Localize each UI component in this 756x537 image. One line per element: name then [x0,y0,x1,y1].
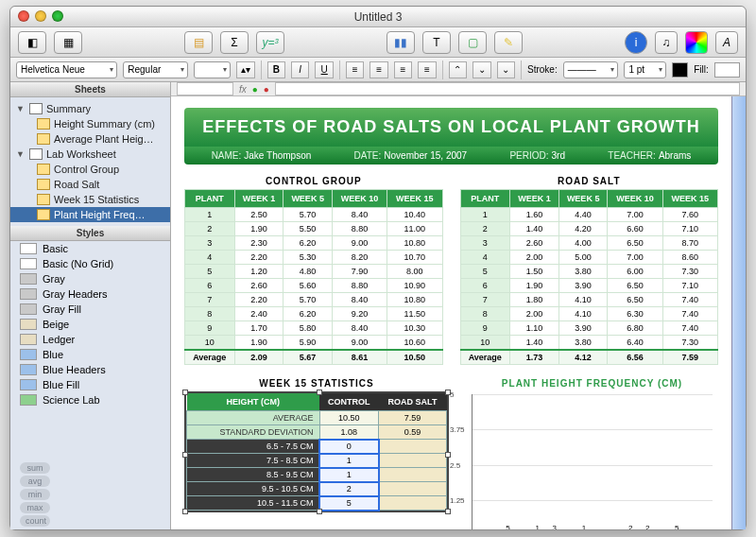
table-item[interactable]: Plant Height Freq… [10,207,170,222]
formula-field[interactable] [275,82,740,95]
cell[interactable]: 7.00 [608,251,662,265]
cell[interactable]: 6.00 [608,265,662,279]
sheet-item[interactable]: ▼Summary [10,101,170,116]
table-row[interactable]: 72.205.708.4010.80 [185,293,443,307]
cell[interactable]: 4.10 [558,293,608,307]
cell[interactable]: 7.30 [662,336,717,351]
cell[interactable]: 1.90 [234,336,284,351]
cell[interactable]: 3 [185,236,235,251]
cell[interactable]: 6.50 [608,293,662,307]
style-item[interactable]: Beige [10,317,170,332]
cell[interactable]: 7.59 [379,411,447,425]
style-item[interactable]: Basic [10,241,170,256]
cell[interactable]: 4.80 [284,265,333,279]
italic-button[interactable]: I [291,61,309,78]
align-right-button[interactable]: ≡ [394,61,412,78]
table-control-group[interactable]: CONTROL GROUP PLANTWEEK 1WEEK 5WEEK 10WE… [184,176,443,365]
cell[interactable]: 0 [319,440,378,454]
cell[interactable]: 7 [185,293,235,307]
table-item[interactable]: Control Group [10,162,170,177]
table-row[interactable]: 62.605.608.8010.90 [185,279,443,293]
cell[interactable] [379,440,447,454]
textbox-button[interactable]: T [422,31,451,54]
fx-cancel-icon[interactable]: ● [264,84,269,95]
cell[interactable]: 2.00 [510,307,559,321]
table-item[interactable]: Height Summary (cm) [10,116,170,131]
table-row[interactable]: 42.005.007.008.60 [460,251,718,265]
cell[interactable]: 8.40 [332,208,387,222]
function-avg[interactable]: avg [20,476,50,487]
cell[interactable]: 7.10 [662,279,717,293]
cell[interactable]: 10 [460,336,510,351]
cell[interactable]: 1.10 [510,321,559,336]
cell[interactable]: 2.20 [234,293,284,307]
table-row[interactable]: 21.404.206.607.10 [460,222,718,236]
cell[interactable]: 0.59 [379,425,447,440]
cell[interactable]: 1.60 [510,208,559,222]
titlebar[interactable]: Untitled 3 [10,7,746,27]
table-item[interactable]: Week 15 Statistics [10,192,170,207]
cell[interactable]: 5.70 [284,293,333,307]
cell[interactable]: 2.50 [234,208,284,222]
cell[interactable]: 6 [460,279,510,293]
cell[interactable]: 2 [319,482,378,496]
cell[interactable]: 8.00 [387,265,442,279]
function-max[interactable]: max [20,502,50,513]
table-row[interactable]: 6.5 - 7.5 CM0 [187,440,447,454]
cell[interactable]: 2.20 [234,251,284,265]
chart-plant-height-frequency[interactable]: PLANT HEIGHT FREQUENCY (CM) 01.252.53.75… [466,378,718,529]
table-item[interactable]: Average Plant Heig… [10,131,170,147]
table-week15-stats[interactable]: WEEK 15 STATISTICS HEIGHT (CM)CONTROLROA… [184,378,449,529]
table-row[interactable]: AVERAGE10.507.59 [187,411,447,425]
shapes-button[interactable]: ▢ [458,31,487,54]
font-weight-select[interactable]: Regular [123,61,187,78]
cell[interactable]: 8.60 [662,251,717,265]
cell[interactable]: 6.50 [608,279,662,293]
cell[interactable]: 8.70 [662,236,717,251]
table-row[interactable]: 21.905.508.8011.00 [185,222,443,236]
cell[interactable]: 5.30 [284,251,333,265]
cell[interactable]: 5.90 [284,336,333,351]
cell[interactable]: 4 [460,251,510,265]
function-min[interactable]: min [20,489,50,500]
cell[interactable]: 1.90 [510,279,559,293]
cell[interactable]: 5.50 [284,222,333,236]
table-row[interactable]: 51.204.807.908.00 [185,265,443,279]
valign-mid-button[interactable]: ⌄ [472,61,490,78]
cell[interactable]: 6.20 [284,307,333,321]
cell[interactable]: 10.70 [387,251,442,265]
style-item[interactable]: Gray Headers [10,286,170,302]
table-row[interactable]: 7.5 - 8.5 CM1 [187,454,447,468]
function-sum[interactable]: sum [20,462,50,474]
stroke-color-well[interactable] [672,62,689,78]
cell[interactable]: 5 [460,265,510,279]
cell[interactable]: 3.80 [558,265,608,279]
cell[interactable]: 2 [185,222,235,236]
cell[interactable]: 1.90 [234,222,284,236]
table-road-salt[interactable]: ROAD SALT PLANTWEEK 1WEEK 5WEEK 10WEEK 1… [460,176,719,365]
cell[interactable]: 7.40 [662,293,717,307]
cell[interactable]: 3.90 [558,321,608,336]
cell[interactable]: 1 [185,208,235,222]
cell[interactable]: 4 [185,251,235,265]
colors-button[interactable] [685,31,708,54]
disclosure-icon[interactable]: ▼ [16,149,26,159]
table-row[interactable]: 9.5 - 10.5 CM2 [187,482,447,496]
style-item[interactable]: Basic (No Grid) [10,256,170,271]
cell[interactable]: 9.00 [332,336,387,351]
cell[interactable]: 9.20 [332,307,387,321]
style-item[interactable]: Blue Fill [10,377,170,392]
formula-button[interactable]: y=³ [256,31,284,54]
cell[interactable]: 1 [319,454,378,468]
cell[interactable]: 4.00 [558,236,608,251]
cell[interactable]: 7.30 [662,265,717,279]
cell[interactable]: 2 [460,222,510,236]
cell[interactable]: 2.60 [510,236,559,251]
disclosure-icon[interactable]: ▼ [16,104,26,113]
cell[interactable] [379,454,447,468]
cell[interactable]: 3.90 [558,279,608,293]
view-button[interactable]: ◧ [18,31,46,54]
sheet-button[interactable]: ▦ [54,31,82,54]
cell[interactable]: 1.70 [234,321,284,336]
valign-top-button[interactable]: ⌃ [449,61,467,78]
